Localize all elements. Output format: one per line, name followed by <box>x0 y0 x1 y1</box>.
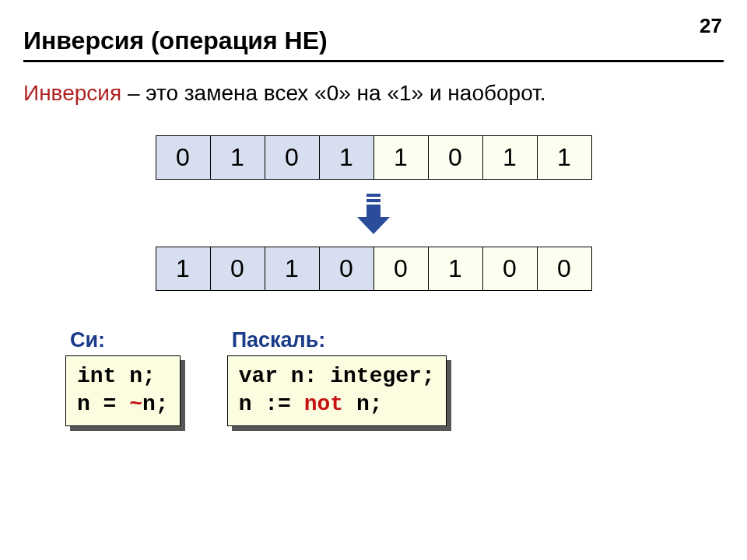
c-column: Си: int n; n = ~n; <box>70 328 185 431</box>
definition-text: Инверсия – это замена всех «0» на «1» и … <box>23 81 724 106</box>
page-number: 27 <box>700 14 722 38</box>
pascal-codebox: var n: integer; n := not n; <box>227 355 447 426</box>
bit-cell: 0 <box>374 247 428 291</box>
svg-marker-3 <box>357 217 390 234</box>
bit-cell: 1 <box>374 136 428 180</box>
bits-top-table: 0 1 0 1 1 0 1 1 <box>156 135 592 180</box>
arrow-down-wrap <box>23 194 724 236</box>
definition-rest: – это замена всех «0» на «1» и наоборот. <box>121 81 545 105</box>
svg-rect-1 <box>366 199 381 202</box>
bit-cell: 1 <box>537 136 591 180</box>
bits-bottom-wrap: 1 0 1 0 0 1 0 0 <box>23 247 724 291</box>
code-section: Си: int n; n = ~n; Паскаль: var n: integ… <box>23 328 724 431</box>
bits-bottom-table: 1 0 1 0 0 1 0 0 <box>156 247 592 291</box>
bit-cell: 0 <box>537 247 591 291</box>
bit-cell: 0 <box>265 136 319 180</box>
c-code-op: ~ <box>129 392 142 416</box>
bit-cell: 0 <box>210 247 265 291</box>
bit-cell: 0 <box>156 136 210 180</box>
pascal-code-line2b: n; <box>343 392 382 416</box>
bit-cell: 1 <box>319 136 374 180</box>
c-codebox-shadow: int n; n = ~n; <box>70 360 185 431</box>
pascal-code-op: not <box>304 392 343 416</box>
bit-cell: 1 <box>210 136 265 180</box>
bit-cell: 1 <box>265 247 319 291</box>
c-codebox: int n; n = ~n; <box>65 355 181 426</box>
bit-cell: 0 <box>482 247 537 291</box>
bits-top-wrap: 0 1 0 1 1 0 1 1 <box>23 135 724 180</box>
bit-cell: 1 <box>428 247 482 291</box>
bit-cell: 1 <box>156 247 210 291</box>
slide-content: 27 Инверсия (операция НЕ) Инверсия – это… <box>0 0 747 560</box>
pascal-label: Паскаль: <box>232 328 451 352</box>
svg-rect-0 <box>366 194 381 197</box>
c-code-line1: int n; <box>77 364 156 388</box>
arrow-down-icon <box>356 194 391 236</box>
bit-cell: 0 <box>319 247 374 291</box>
slide-title: Инверсия (операция НЕ) <box>23 26 724 55</box>
c-label: Си: <box>70 328 185 352</box>
pascal-code-line2a: n := <box>239 392 304 416</box>
definition-term: Инверсия <box>23 81 121 105</box>
pascal-column: Паскаль: var n: integer; n := not n; <box>232 328 451 431</box>
c-code-line2b: n; <box>142 392 169 416</box>
title-rule <box>23 60 724 62</box>
pascal-code-line1: var n: integer; <box>239 364 435 388</box>
svg-rect-2 <box>366 205 381 217</box>
bit-cell: 0 <box>428 136 482 180</box>
pascal-codebox-shadow: var n: integer; n := not n; <box>232 360 451 431</box>
c-code-line2a: n = <box>77 392 129 416</box>
bit-cell: 1 <box>482 136 537 180</box>
